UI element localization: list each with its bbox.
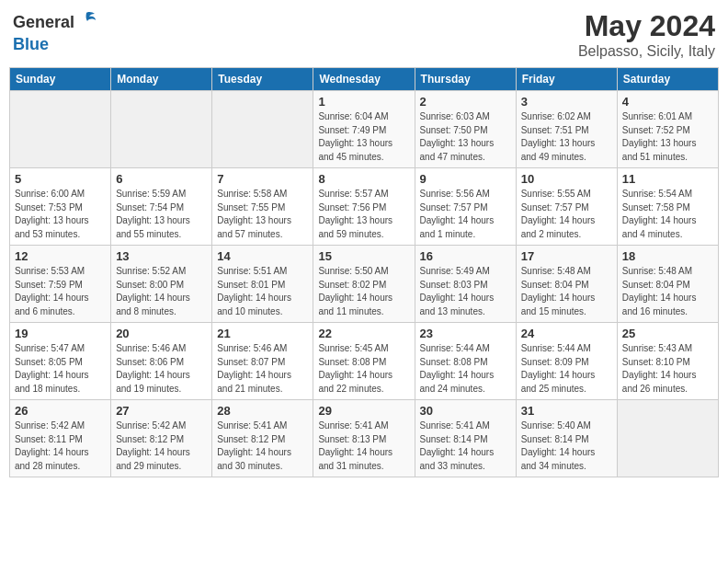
day-info: Sunrise: 5:56 AM Sunset: 7:57 PM Dayligh… <box>420 188 511 241</box>
logo: General Blue <box>13 9 97 54</box>
calendar-cell <box>10 91 111 168</box>
calendar-cell: 19Sunrise: 5:47 AM Sunset: 8:05 PM Dayli… <box>10 323 111 400</box>
calendar-cell: 26Sunrise: 5:42 AM Sunset: 8:11 PM Dayli… <box>10 400 111 477</box>
calendar-cell <box>617 400 718 477</box>
calendar-cell: 31Sunrise: 5:40 AM Sunset: 8:14 PM Dayli… <box>516 400 617 477</box>
calendar-header-saturday: Saturday <box>617 68 718 91</box>
page-header: General Blue May 2024 Belpasso, Sicily, … <box>9 9 719 60</box>
day-number: 22 <box>318 327 409 340</box>
day-info: Sunrise: 5:44 AM Sunset: 8:09 PM Dayligh… <box>521 342 612 396</box>
day-number: 18 <box>622 249 713 263</box>
calendar-cell: 14Sunrise: 5:51 AM Sunset: 8:01 PM Dayli… <box>212 246 313 323</box>
day-info: Sunrise: 6:03 AM Sunset: 7:50 PM Dayligh… <box>420 110 511 164</box>
calendar-cell: 21Sunrise: 5:46 AM Sunset: 8:07 PM Dayli… <box>212 323 313 400</box>
day-number: 19 <box>15 327 106 340</box>
title-block: May 2024 Belpasso, Sicily, Italy <box>578 9 715 60</box>
day-info: Sunrise: 5:50 AM Sunset: 8:02 PM Dayligh… <box>318 265 409 318</box>
day-info: Sunrise: 5:58 AM Sunset: 7:55 PM Dayligh… <box>217 188 308 241</box>
calendar-week-row: 26Sunrise: 5:42 AM Sunset: 8:11 PM Dayli… <box>10 400 719 477</box>
calendar-cell: 25Sunrise: 5:43 AM Sunset: 8:10 PM Dayli… <box>617 323 718 400</box>
day-number: 8 <box>318 172 409 186</box>
calendar-cell: 16Sunrise: 5:49 AM Sunset: 8:03 PM Dayli… <box>415 246 516 323</box>
day-info: Sunrise: 6:01 AM Sunset: 7:52 PM Dayligh… <box>622 110 713 164</box>
day-number: 12 <box>15 249 106 263</box>
calendar-cell <box>212 91 313 168</box>
day-number: 7 <box>217 172 308 186</box>
calendar-week-row: 5Sunrise: 6:00 AM Sunset: 7:53 PM Daylig… <box>10 168 719 246</box>
day-number: 11 <box>622 172 713 186</box>
day-info: Sunrise: 5:42 AM Sunset: 8:12 PM Dayligh… <box>116 419 207 473</box>
calendar-header-sunday: Sunday <box>10 68 111 91</box>
day-number: 28 <box>217 404 308 418</box>
day-info: Sunrise: 5:52 AM Sunset: 8:00 PM Dayligh… <box>116 265 207 318</box>
day-number: 14 <box>217 249 308 263</box>
calendar-header-friday: Friday <box>516 68 617 91</box>
calendar-cell: 2Sunrise: 6:03 AM Sunset: 7:50 PM Daylig… <box>415 91 516 168</box>
day-info: Sunrise: 6:00 AM Sunset: 7:53 PM Dayligh… <box>15 188 106 241</box>
logo-general: General <box>13 13 74 32</box>
day-number: 9 <box>420 172 511 186</box>
day-info: Sunrise: 5:46 AM Sunset: 8:06 PM Dayligh… <box>116 342 207 396</box>
calendar-cell: 9Sunrise: 5:56 AM Sunset: 7:57 PM Daylig… <box>415 168 516 246</box>
calendar-cell: 20Sunrise: 5:46 AM Sunset: 8:06 PM Dayli… <box>111 323 212 400</box>
calendar-cell <box>111 91 212 168</box>
day-info: Sunrise: 5:49 AM Sunset: 8:03 PM Dayligh… <box>420 265 511 318</box>
day-info: Sunrise: 5:51 AM Sunset: 8:01 PM Dayligh… <box>217 265 308 318</box>
calendar-cell: 8Sunrise: 5:57 AM Sunset: 7:56 PM Daylig… <box>313 168 415 246</box>
day-number: 16 <box>420 249 511 263</box>
day-info: Sunrise: 5:41 AM Sunset: 8:13 PM Dayligh… <box>318 419 409 473</box>
calendar-cell: 6Sunrise: 5:59 AM Sunset: 7:54 PM Daylig… <box>111 168 212 246</box>
calendar-cell: 12Sunrise: 5:53 AM Sunset: 7:59 PM Dayli… <box>10 246 111 323</box>
day-info: Sunrise: 5:44 AM Sunset: 8:08 PM Dayligh… <box>420 342 511 396</box>
day-info: Sunrise: 5:41 AM Sunset: 8:12 PM Dayligh… <box>217 419 308 473</box>
calendar-header-row: SundayMondayTuesdayWednesdayThursdayFrid… <box>10 68 719 91</box>
calendar-table: SundayMondayTuesdayWednesdayThursdayFrid… <box>9 67 719 477</box>
day-info: Sunrise: 5:59 AM Sunset: 7:54 PM Dayligh… <box>116 188 207 241</box>
calendar-cell: 24Sunrise: 5:44 AM Sunset: 8:09 PM Dayli… <box>516 323 617 400</box>
day-info: Sunrise: 5:57 AM Sunset: 7:56 PM Dayligh… <box>318 188 409 241</box>
day-info: Sunrise: 5:53 AM Sunset: 7:59 PM Dayligh… <box>15 265 106 318</box>
calendar-week-row: 19Sunrise: 5:47 AM Sunset: 8:05 PM Dayli… <box>10 323 719 400</box>
day-info: Sunrise: 5:47 AM Sunset: 8:05 PM Dayligh… <box>15 342 106 396</box>
day-number: 23 <box>420 327 511 340</box>
calendar-cell: 7Sunrise: 5:58 AM Sunset: 7:55 PM Daylig… <box>212 168 313 246</box>
day-info: Sunrise: 5:40 AM Sunset: 8:14 PM Dayligh… <box>521 419 612 473</box>
day-info: Sunrise: 5:54 AM Sunset: 7:58 PM Dayligh… <box>622 188 713 241</box>
calendar-header-wednesday: Wednesday <box>313 68 415 91</box>
day-info: Sunrise: 5:41 AM Sunset: 8:14 PM Dayligh… <box>420 419 511 473</box>
calendar-week-row: 1Sunrise: 6:04 AM Sunset: 7:49 PM Daylig… <box>10 91 719 168</box>
day-number: 5 <box>15 172 106 186</box>
day-number: 15 <box>318 249 409 263</box>
logo-bird-icon <box>76 9 97 35</box>
calendar-header-monday: Monday <box>111 68 212 91</box>
day-info: Sunrise: 5:43 AM Sunset: 8:10 PM Dayligh… <box>622 342 713 396</box>
day-info: Sunrise: 5:46 AM Sunset: 8:07 PM Dayligh… <box>217 342 308 396</box>
day-number: 21 <box>217 327 308 340</box>
day-number: 27 <box>116 404 207 418</box>
day-number: 13 <box>116 249 207 263</box>
calendar-cell: 3Sunrise: 6:02 AM Sunset: 7:51 PM Daylig… <box>516 91 617 168</box>
day-number: 26 <box>15 404 106 418</box>
day-info: Sunrise: 6:02 AM Sunset: 7:51 PM Dayligh… <box>521 110 612 164</box>
calendar-cell: 4Sunrise: 6:01 AM Sunset: 7:52 PM Daylig… <box>617 91 718 168</box>
day-info: Sunrise: 5:48 AM Sunset: 8:04 PM Dayligh… <box>622 265 713 318</box>
calendar-week-row: 12Sunrise: 5:53 AM Sunset: 7:59 PM Dayli… <box>10 246 719 323</box>
calendar-cell: 29Sunrise: 5:41 AM Sunset: 8:13 PM Dayli… <box>313 400 415 477</box>
calendar-cell: 30Sunrise: 5:41 AM Sunset: 8:14 PM Dayli… <box>415 400 516 477</box>
day-number: 6 <box>116 172 207 186</box>
day-number: 17 <box>521 249 612 263</box>
calendar-cell: 13Sunrise: 5:52 AM Sunset: 8:00 PM Dayli… <box>111 246 212 323</box>
day-info: Sunrise: 5:55 AM Sunset: 7:57 PM Dayligh… <box>521 188 612 241</box>
day-number: 20 <box>116 327 207 340</box>
calendar-cell: 17Sunrise: 5:48 AM Sunset: 8:04 PM Dayli… <box>516 246 617 323</box>
day-number: 3 <box>521 95 612 109</box>
calendar-cell: 10Sunrise: 5:55 AM Sunset: 7:57 PM Dayli… <box>516 168 617 246</box>
day-info: Sunrise: 5:45 AM Sunset: 8:08 PM Dayligh… <box>318 342 409 396</box>
day-info: Sunrise: 5:48 AM Sunset: 8:04 PM Dayligh… <box>521 265 612 318</box>
calendar-cell: 23Sunrise: 5:44 AM Sunset: 8:08 PM Dayli… <box>415 323 516 400</box>
calendar-cell: 11Sunrise: 5:54 AM Sunset: 7:58 PM Dayli… <box>617 168 718 246</box>
logo-blue: Blue <box>13 35 49 54</box>
day-number: 2 <box>420 95 511 109</box>
day-number: 24 <box>521 327 612 340</box>
calendar-cell: 5Sunrise: 6:00 AM Sunset: 7:53 PM Daylig… <box>10 168 111 246</box>
